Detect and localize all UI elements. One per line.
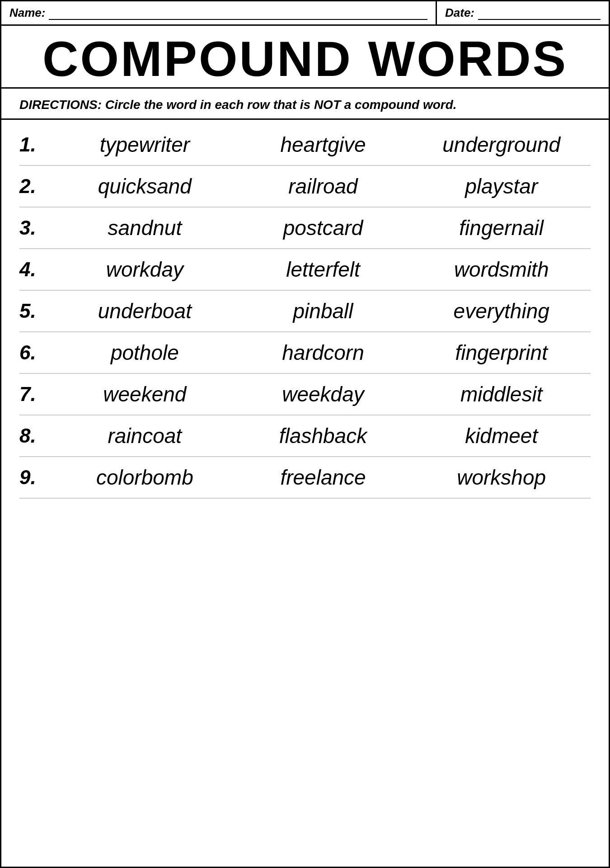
word-item-5-2: pinball <box>234 299 413 323</box>
word-item-9-2: freelance <box>234 465 413 490</box>
table-row: 9.colorbombfreelanceworkshop <box>19 457 591 499</box>
word-item-7-1: weekend <box>56 382 234 406</box>
word-rows-container: 1.typewriterheartgiveunderground2.quicks… <box>1 120 609 508</box>
name-line <box>49 6 427 20</box>
word-item-2-1: quicksand <box>56 174 234 198</box>
name-label: Name: <box>9 6 45 20</box>
directions-text: DIRECTIONS: Circle the word in each row … <box>1 89 609 120</box>
word-item-5-1: underboat <box>56 299 234 323</box>
table-row: 2.quicksandrailroadplaystar <box>19 166 591 208</box>
word-item-1-3: underground <box>412 132 591 157</box>
row-number: 5. <box>19 300 56 322</box>
word-item-4-2: letterfelt <box>234 257 413 282</box>
date-field: Date: <box>437 1 609 24</box>
word-item-8-3: kidmeet <box>412 424 591 448</box>
table-row: 5.underboatpinballeverything <box>19 291 591 332</box>
date-label: Date: <box>445 6 474 20</box>
word-item-1-2: heartgive <box>234 132 413 157</box>
word-item-9-1: colorbomb <box>56 465 234 490</box>
word-item-7-3: middlesit <box>412 382 591 406</box>
word-item-7-2: weekday <box>234 382 413 406</box>
word-item-8-2: flashback <box>234 424 413 448</box>
word-item-2-3: playstar <box>412 174 591 198</box>
word-item-2-2: railroad <box>234 174 413 198</box>
table-row: 1.typewriterheartgiveunderground <box>19 124 591 166</box>
worksheet-page: Name: Date: COMPOUND WORDS DIRECTIONS: C… <box>0 0 610 868</box>
word-item-6-1: pothole <box>56 340 234 365</box>
row-number: 8. <box>19 425 56 447</box>
name-field: Name: <box>1 1 437 24</box>
row-number: 7. <box>19 383 56 406</box>
word-item-8-1: raincoat <box>56 424 234 448</box>
table-row: 3.sandnutpostcardfingernail <box>19 208 591 249</box>
table-row: 6.potholehardcornfingerprint <box>19 332 591 374</box>
row-number: 4. <box>19 258 56 281</box>
table-row: 4.workdayletterfeltwordsmith <box>19 249 591 291</box>
word-item-3-2: postcard <box>234 216 413 240</box>
word-item-6-2: hardcorn <box>234 340 413 365</box>
word-item-3-3: fingernail <box>412 216 591 240</box>
word-item-1-1: typewriter <box>56 132 234 157</box>
word-item-9-3: workshop <box>412 465 591 490</box>
row-number: 9. <box>19 466 56 489</box>
word-item-4-3: wordsmith <box>412 257 591 282</box>
word-item-4-1: workday <box>56 257 234 282</box>
row-number: 2. <box>19 175 56 198</box>
row-number: 6. <box>19 341 56 364</box>
word-item-6-3: fingerprint <box>412 340 591 365</box>
date-line <box>478 6 601 20</box>
table-row: 7.weekendweekdaymiddlesit <box>19 374 591 415</box>
word-item-3-1: sandnut <box>56 216 234 240</box>
table-row: 8.raincoatflashbackkidmeet <box>19 415 591 457</box>
word-item-5-3: everything <box>412 299 591 323</box>
row-number: 3. <box>19 217 56 239</box>
row-number: 1. <box>19 133 56 156</box>
page-title: COMPOUND WORDS <box>15 34 595 84</box>
header-row: Name: Date: <box>1 1 609 26</box>
title-section: COMPOUND WORDS <box>1 26 609 89</box>
